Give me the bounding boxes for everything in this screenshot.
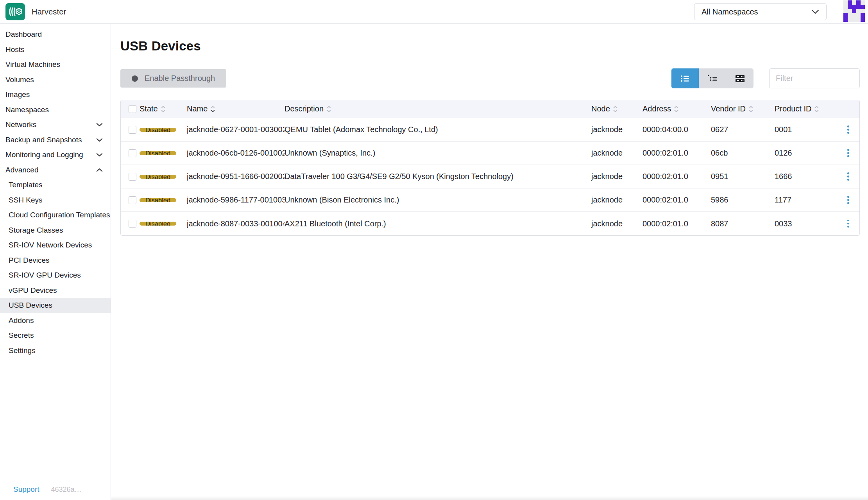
device-product-id: 0126	[775, 149, 837, 158]
list-view-icon	[680, 75, 690, 82]
sidebar-group-monitoring-and-logging[interactable]: Monitoring and Logging	[0, 147, 111, 163]
device-vendor-id: 06cb	[711, 149, 775, 158]
view-list-button[interactable]	[671, 68, 699, 88]
device-product-id: 0001	[775, 125, 837, 134]
status-badge: Disabled	[140, 128, 176, 132]
device-node: jacknode	[591, 172, 642, 181]
table-row: Disabled jacknode-0951-1666-002002 DataT…	[121, 165, 859, 188]
sidebar-group-backup-and-snapshots[interactable]: Backup and Snapshots	[0, 133, 111, 148]
device-name[interactable]: jacknode-0951-1666-002002	[187, 172, 285, 181]
device-description: QEMU Tablet (Adomax Technology Co., Ltd)	[285, 125, 591, 134]
sidebar-item-volumes[interactable]: Volumes	[0, 72, 111, 88]
sort-icon	[161, 105, 166, 113]
sidebar-item-virtual-machines[interactable]: Virtual Machines	[0, 57, 111, 72]
sidebar-item-settings[interactable]: Settings	[0, 343, 111, 358]
enable-passthrough-button[interactable]: Enable Passthrough	[120, 69, 226, 88]
status-badge: Disabled	[140, 198, 176, 202]
sidebar-group-advanced[interactable]: Advanced	[0, 163, 111, 178]
chevron-up-icon	[96, 168, 103, 172]
sidebar-item-storage-classes[interactable]: Storage Classes	[0, 223, 111, 238]
sidebar-item-addons[interactable]: Addons	[0, 313, 111, 328]
device-address: 0000:04:00.0	[642, 125, 711, 134]
sidebar-item-images[interactable]: Images	[0, 87, 111, 102]
column-header-address[interactable]: Address	[642, 104, 711, 113]
device-node: jacknode	[591, 195, 642, 204]
top-bar: Harvester All Namespaces	[0, 0, 868, 24]
sidebar-group-networks[interactable]: Networks	[0, 117, 111, 133]
device-node: jacknode	[591, 125, 642, 134]
sort-icon	[326, 105, 331, 113]
device-description: AX211 Bluetooth (Intel Corp.)	[285, 219, 591, 228]
sidebar-item-vgpu-devices[interactable]: vGPU Devices	[0, 283, 111, 298]
row-checkbox[interactable]	[129, 173, 136, 181]
device-name[interactable]: jacknode-0627-0001-003002	[187, 125, 285, 134]
sidebar-item-dashboard[interactable]: Dashboard	[0, 27, 111, 42]
chevron-down-icon	[96, 153, 103, 157]
device-vendor-id: 5986	[711, 195, 775, 204]
namespace-filter-select[interactable]: All Namespaces	[694, 3, 827, 20]
row-menu-button[interactable]	[837, 217, 859, 230]
row-checkbox[interactable]	[129, 126, 136, 134]
sidebar-item-cloud-configuration-templates[interactable]: Cloud Configuration Templates	[0, 208, 111, 223]
column-header-node[interactable]: Node	[591, 104, 642, 113]
version-text: 46326a…	[51, 486, 82, 494]
sidebar-item-secrets[interactable]: Secrets	[0, 328, 111, 343]
sidebar-item-ssh-keys[interactable]: SSH Keys	[0, 193, 111, 208]
row-checkbox[interactable]	[129, 149, 136, 157]
sort-icon-active	[210, 105, 215, 113]
sort-icon	[674, 105, 679, 113]
row-menu-button[interactable]	[837, 170, 859, 183]
chevron-down-icon	[96, 138, 103, 142]
column-header-description[interactable]: Description	[285, 104, 591, 113]
support-link[interactable]: Support	[13, 485, 39, 494]
device-description: Unknown (Synaptics, Inc.)	[285, 149, 591, 158]
home-button[interactable]: Harvester	[5, 3, 66, 20]
filter-input[interactable]	[769, 68, 860, 88]
sidebar-item-hosts[interactable]: Hosts	[0, 42, 111, 57]
usb-devices-table: State Name Description Node Address Vend…	[120, 100, 860, 236]
table-row: Disabled jacknode-8087-0033-001004 AX211…	[121, 212, 859, 235]
view-mode-toggle	[671, 68, 753, 88]
column-header-vendor-id[interactable]: Vendor ID	[711, 104, 775, 113]
device-vendor-id: 8087	[711, 219, 775, 228]
device-address: 0000:02:01.0	[642, 172, 711, 181]
state-dot-icon	[132, 75, 138, 82]
page-title: USB Devices	[120, 39, 860, 54]
table-row: Disabled jacknode-06cb-0126-001002 Unkno…	[121, 142, 859, 165]
device-name[interactable]: jacknode-06cb-0126-001002	[187, 149, 285, 158]
main-content: USB Devices Enable Passthrough	[111, 24, 868, 500]
sidebar-item-sriov-gpu-devices[interactable]: SR-IOV GPU Devices	[0, 268, 111, 283]
view-flat-button[interactable]	[726, 68, 753, 88]
user-avatar[interactable]	[843, 0, 865, 22]
select-all-checkbox[interactable]	[129, 105, 136, 113]
row-menu-button[interactable]	[837, 194, 859, 206]
device-address: 0000:02:01.0	[642, 219, 711, 228]
device-vendor-id: 0627	[711, 125, 775, 134]
row-checkbox[interactable]	[129, 196, 136, 204]
row-checkbox[interactable]	[129, 220, 136, 228]
sidebar-item-namespaces[interactable]: Namespaces	[0, 102, 111, 118]
device-product-id: 1666	[775, 172, 837, 181]
sidebar-item-sriov-network-devices[interactable]: SR-IOV Network Devices	[0, 238, 111, 253]
column-header-state[interactable]: State	[136, 104, 187, 113]
device-product-id: 0033	[775, 219, 837, 228]
column-header-product-id[interactable]: Product ID	[775, 104, 837, 113]
device-name[interactable]: jacknode-5986-1177-001003	[187, 195, 285, 204]
device-node: jacknode	[591, 149, 642, 158]
status-badge: Disabled	[140, 151, 176, 155]
brand-name: Harvester	[32, 7, 66, 16]
sidebar-item-usb-devices[interactable]: USB Devices	[0, 298, 111, 313]
row-menu-button[interactable]	[837, 123, 859, 136]
namespace-filter-value: All Namespaces	[702, 7, 758, 16]
chevron-down-icon	[811, 9, 819, 14]
row-menu-button[interactable]	[837, 147, 859, 159]
sidebar-item-pci-devices[interactable]: PCI Devices	[0, 253, 111, 268]
device-vendor-id: 0951	[711, 172, 775, 181]
device-name[interactable]: jacknode-8087-0033-001004	[187, 219, 285, 228]
sidebar-item-templates[interactable]: Templates	[0, 177, 111, 193]
chevron-down-icon	[96, 123, 103, 127]
view-grouped-button[interactable]	[699, 68, 726, 88]
device-address: 0000:02:01.0	[642, 149, 711, 158]
column-header-name[interactable]: Name	[187, 104, 285, 113]
table-header-row: State Name Description Node Address Vend…	[121, 100, 859, 118]
